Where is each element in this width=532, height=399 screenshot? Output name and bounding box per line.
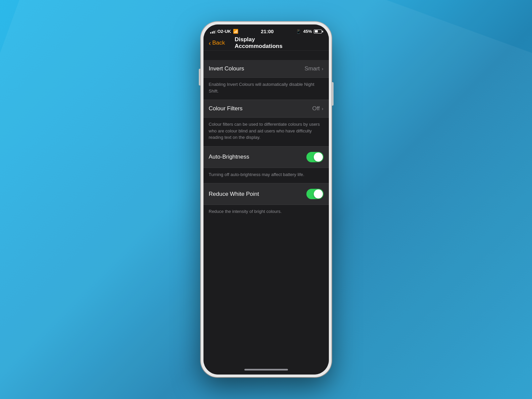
battery-fill: [315, 30, 318, 33]
home-indicator: [244, 369, 288, 370]
auto-brightness-label: Auto-Brightness: [209, 154, 249, 160]
invert-colours-value: Smart: [304, 65, 319, 72]
status-time: 21:00: [261, 28, 274, 34]
reduce-white-point-label: Reduce White Point: [209, 191, 259, 197]
battery-percent: 45%: [303, 29, 312, 34]
wifi-icon: 📶: [233, 29, 238, 34]
status-bar: O2-UK 📶 21:00 📱 45%: [203, 24, 329, 37]
colour-filters-value-group: Off ›: [312, 105, 323, 112]
page-title: Display Accommodations: [235, 36, 297, 50]
nav-bar: ‹ Back Display Accommodations: [203, 37, 329, 51]
home-indicator-area: [203, 366, 329, 375]
reduce-white-point-toggle-thumb: [314, 189, 323, 198]
colour-filters-row[interactable]: Colour Filters Off ›: [203, 100, 329, 118]
settings-content: Invert Colours Smart › Enabling Invert C…: [203, 51, 329, 366]
signal-bar-4: [215, 30, 216, 34]
signal-bars: [210, 30, 216, 34]
signal-bar-3: [214, 31, 215, 34]
colour-filters-description: Colour filters can be used to differenti…: [203, 118, 329, 146]
status-left: O2-UK 📶: [210, 29, 238, 34]
signal-bar-1: [210, 32, 211, 34]
reduce-white-point-row[interactable]: Reduce White Point: [203, 183, 329, 205]
auto-brightness-toggle[interactable]: [306, 152, 323, 162]
phone-device: O2-UK 📶 21:00 📱 45% ‹ Back Dis: [201, 22, 332, 377]
bluetooth-icon: 📱: [296, 29, 301, 34]
reduce-white-point-description: Reduce the intensity of bright colours.: [203, 205, 329, 220]
bottom-space: [203, 220, 329, 287]
phone-screen: O2-UK 📶 21:00 📱 45% ‹ Back Dis: [203, 24, 329, 375]
invert-colours-chevron-icon: ›: [322, 66, 323, 71]
battery-icon: [314, 30, 322, 34]
colour-filters-value: Off: [312, 105, 319, 112]
signal-bar-2: [212, 32, 213, 34]
invert-colours-description: Enabling Invert Colours will automatical…: [203, 78, 329, 100]
colour-filters-label: Colour Filters: [209, 105, 243, 112]
back-button[interactable]: ‹ Back: [209, 40, 225, 46]
auto-brightness-toggle-thumb: [314, 153, 323, 162]
back-chevron-icon: ‹: [209, 40, 211, 46]
top-spacer: [203, 51, 329, 60]
colour-filters-chevron-icon: ›: [322, 106, 323, 111]
invert-colours-value-group: Smart ›: [304, 65, 323, 72]
phone-body: O2-UK 📶 21:00 📱 45% ‹ Back Dis: [201, 22, 332, 377]
back-label: Back: [212, 40, 225, 46]
reduce-white-point-toggle[interactable]: [306, 189, 323, 199]
invert-colours-label: Invert Colours: [209, 65, 244, 72]
invert-colours-row[interactable]: Invert Colours Smart ›: [203, 60, 329, 78]
power-button: [332, 82, 334, 106]
carrier-label: O2-UK: [218, 29, 231, 34]
status-right: 📱 45%: [296, 29, 322, 34]
auto-brightness-row[interactable]: Auto-Brightness: [203, 146, 329, 168]
auto-brightness-description: Turning off auto-brightness may affect b…: [203, 168, 329, 183]
